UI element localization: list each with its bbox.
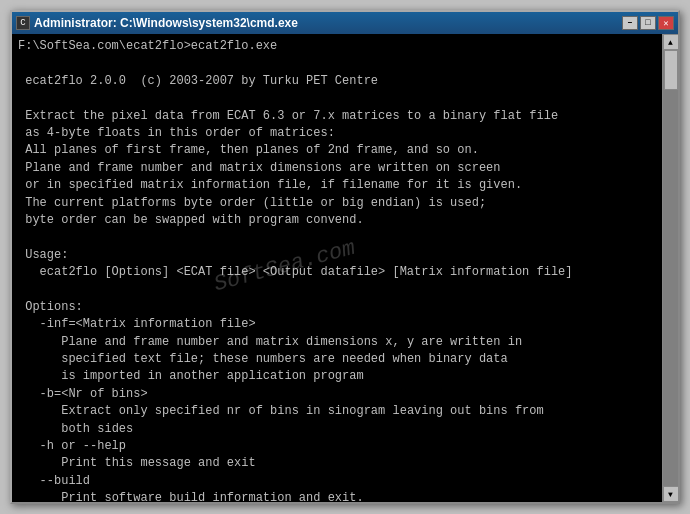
titlebar-left: C Administrator: C:\Windows\system32\cmd… xyxy=(16,16,298,30)
window-icon: C xyxy=(16,16,30,30)
window-controls: – □ ✕ xyxy=(622,16,674,30)
maximize-button[interactable]: □ xyxy=(640,16,656,30)
window-title: Administrator: C:\Windows\system32\cmd.e… xyxy=(34,16,298,30)
close-button[interactable]: ✕ xyxy=(658,16,674,30)
console-area: F:\SoftSea.com\ecat2flo>ecat2flo.exe eca… xyxy=(12,34,678,502)
console-output: F:\SoftSea.com\ecat2flo>ecat2flo.exe eca… xyxy=(12,34,662,502)
scroll-down-button[interactable]: ▼ xyxy=(663,486,679,502)
scrollbar: ▲ ▼ xyxy=(662,34,678,502)
cmd-window: C Administrator: C:\Windows\system32\cmd… xyxy=(10,10,680,504)
minimize-button[interactable]: – xyxy=(622,16,638,30)
scroll-track xyxy=(663,50,678,486)
scroll-up-button[interactable]: ▲ xyxy=(663,34,679,50)
titlebar: C Administrator: C:\Windows\system32\cmd… xyxy=(12,12,678,34)
scroll-thumb[interactable] xyxy=(664,50,678,90)
